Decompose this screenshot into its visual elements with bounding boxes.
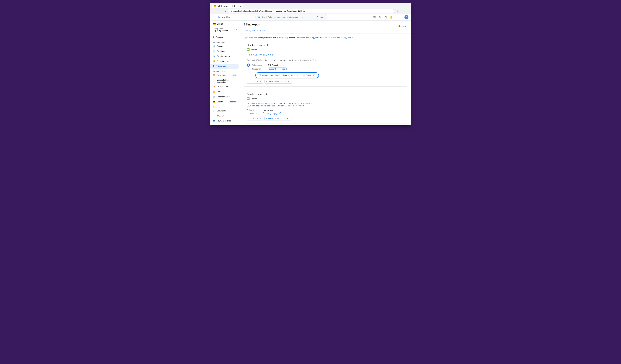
- cost-optimization-section-header: Cost optimization: [210, 69, 240, 73]
- more-options-icon[interactable]: ⋮: [404, 9, 408, 13]
- detailed-dataset-link[interactable]: detailed_usage_cost: [263, 112, 281, 115]
- sidebar-item-reports[interactable]: 📊 Reports: [210, 44, 239, 49]
- avatar[interactable]: A: [404, 15, 409, 19]
- nav-refresh-button[interactable]: ↻: [224, 9, 227, 13]
- search-bar-container: 🔍 | Search: [255, 14, 327, 20]
- standard-note: The selected BigQuery dataset will be up…: [247, 59, 404, 62]
- learn-link[interactable]: 📤 LEARN: [398, 23, 407, 30]
- sidebar-item-credits[interactable]: 💳 Credits PREVIEW: [210, 99, 239, 104]
- help-icon[interactable]: ?: [395, 15, 398, 19]
- sidebar-item-label-transactions: Transactions: [217, 115, 237, 117]
- main-content: Billing export BIGQUERY EXPORT 📤 LEARN: [240, 21, 411, 125]
- sidebar-item-payment-method[interactable]: 💳 Payment method: [210, 123, 239, 125]
- nav-back-button[interactable]: ←: [213, 9, 217, 13]
- search-button[interactable]: Search: [315, 15, 325, 19]
- page-title: Billing export: [244, 23, 267, 26]
- sidebar-item-label-budgets: Budgets & alerts: [217, 60, 237, 62]
- learn-icon: 📤: [398, 25, 401, 27]
- detailed-usage-cost-section: Detailed usage cost ✅ Enabled The select…: [244, 90, 407, 124]
- learn-label: LEARN: [401, 25, 407, 27]
- tab-title: My Billing Account – Billing e...: [217, 5, 239, 7]
- sidebar-item-overview[interactable]: ⊞ Overview: [210, 35, 239, 40]
- search-input[interactable]: [261, 16, 312, 18]
- sidebar-item-label-billing-export: Billing export: [216, 65, 237, 67]
- hamburger-menu-icon[interactable]: ☰: [212, 15, 216, 19]
- app-container: ☰ Google Cloud 🔍 | Search ⌨: [210, 14, 411, 125]
- cost-estimation-icon: 🔢: [212, 95, 215, 98]
- address-bar[interactable]: 🔒 console.cloud.google.com/billing/expor…: [228, 9, 394, 13]
- sidebar-item-committed-discounts[interactable]: 📋 Committed use discounts...: [210, 78, 239, 84]
- browser-tab[interactable]: 💳 My Billing Account – Billing e... ✕: [212, 4, 243, 8]
- sidebar-item-label-documents: Documents: [217, 110, 237, 112]
- sidebar-item-cud-analysis[interactable]: 📈 CUD analysis: [210, 84, 239, 89]
- standard-edit-button[interactable]: EDIT SETTINGS: [247, 80, 263, 84]
- terminal-icon[interactable]: ⌨: [372, 15, 377, 20]
- sidebar-item-cost-breakdown[interactable]: 📉 Cost breakdown: [210, 54, 239, 59]
- standard-status-row: ✅ Enabled: [247, 48, 404, 51]
- tooltip-bubble: Click on the corresponding 'Dataset name…: [255, 72, 319, 78]
- detailed-dataset-label: Dataset name: [247, 113, 261, 115]
- browser-window: 💳 My Billing Account – Billing e... ✕ + …: [210, 3, 411, 125]
- billing-account-selector[interactable]: Billing account My Billing Account ▾: [212, 27, 239, 33]
- sidebar-item-finops-hub[interactable]: 🏠 FinOps hub NEW: [210, 73, 239, 78]
- page-wrapper: 💳 My Billing Account – Billing e... ✕ + …: [0, 0, 621, 364]
- pricing-icon: 💰: [212, 90, 215, 93]
- sidebar-item-pricing[interactable]: 💰 Pricing: [210, 89, 239, 94]
- standard-status-text: Enabled: [250, 48, 257, 51]
- billing-icon: 💳: [212, 22, 216, 25]
- sidebar-item-billing-export[interactable]: ⬇ Billing export: [210, 64, 239, 69]
- sidebar-item-label-credits: Credits: [217, 101, 228, 103]
- search-bar: 🔍 | Search: [255, 14, 327, 20]
- detailed-disable-button[interactable]: DISABLE DETAILED EXPORT: [264, 117, 291, 121]
- overview-icon: ⊞: [212, 36, 214, 38]
- tab-bigquery-export[interactable]: BIGQUERY EXPORT: [244, 28, 267, 33]
- sidebar-item-documents[interactable]: 📄 Documents: [210, 108, 239, 113]
- cud-icon: 📈: [212, 85, 215, 88]
- standard-dataset-link[interactable]: standard_usage_cost: [268, 67, 287, 70]
- nav-forward-button[interactable]: →: [218, 9, 222, 13]
- more-icon[interactable]: ⋮: [399, 15, 403, 20]
- standard-disable-button[interactable]: DISABLE STANDARD EXPORT: [264, 80, 292, 84]
- step-badge: 3: [247, 63, 250, 67]
- detailed-learn-more-link[interactable]: Learn more about the Detailed usage cost…: [247, 105, 304, 107]
- detailed-status-icon: ✅: [247, 97, 250, 100]
- desc-text-2: and: [321, 37, 325, 39]
- content-body: BigQuery export sends your billing data …: [240, 33, 411, 125]
- documents-icon: 📄: [212, 110, 215, 112]
- detailed-project-value: C4C Project: [263, 109, 273, 111]
- sidebar-item-label-reports: Reports: [217, 45, 237, 47]
- sidebar-item-cost-estimation[interactable]: 🔢 Cost estimation: [210, 94, 239, 99]
- browser-toolbar: ← → ↻ 🔒 console.cloud.google.com/billing…: [212, 8, 409, 14]
- billing-export-icon: ⬇: [212, 65, 214, 67]
- sidebar-item-cost-table[interactable]: 📋 Cost table: [210, 49, 239, 54]
- reports-icon: 📊: [212, 45, 215, 47]
- bigquery-link[interactable]: BigQuery ↗: [311, 37, 321, 39]
- sidebar-item-label-cost-estimation: Cost estimation: [217, 96, 237, 98]
- cost-table-icon: 📋: [212, 50, 215, 52]
- bookmark-icon[interactable]: ☆: [396, 9, 399, 13]
- export-docs-link[interactable]: how to export data to BigQuery ↗: [325, 37, 353, 39]
- cost-management-section-header: Cost management: [210, 40, 240, 44]
- finops-icon: 🏠: [212, 74, 215, 77]
- sidebar-item-label-cost-table: Cost table: [217, 50, 237, 52]
- sidebar-billing-title: Billing: [217, 23, 223, 25]
- browser-chrome: 💳 My Billing Account – Billing e... ✕ + …: [210, 3, 411, 14]
- sidebar-item-payment-settings[interactable]: 👤 Payment settings: [210, 118, 239, 123]
- profile-icon[interactable]: ⊡: [400, 9, 403, 13]
- sidebar-item-budgets-alerts[interactable]: 🔔 Budgets & alerts: [210, 59, 239, 64]
- logo-g-icon: G: [218, 16, 220, 18]
- detailed-section-title: Detailed usage cost: [247, 93, 404, 95]
- detailed-edit-button[interactable]: EDIT SETTINGS: [247, 117, 263, 121]
- topbar-right: ⌨ 🗑 ⊡ 🔔 ? ⋮ A: [372, 15, 409, 20]
- notifications-icon[interactable]: 🔔: [389, 15, 394, 20]
- tab-close-icon[interactable]: ✕: [240, 5, 242, 7]
- credits-icon: 💳: [212, 100, 215, 103]
- delete-icon[interactable]: 🗑: [378, 15, 382, 19]
- show-how-works-button[interactable]: SHOW ME HOW THIS WORKS: [247, 53, 276, 57]
- standard-project-label: Project name: [252, 64, 266, 66]
- sidebar-item-transactions[interactable]: 🕐 Transactions: [210, 113, 239, 118]
- detailed-status-row: ✅ Enabled: [247, 97, 404, 100]
- cloud-text: Cloud: [226, 16, 232, 18]
- new-tab-button[interactable]: +: [244, 4, 248, 8]
- display-settings-icon[interactable]: ⊡: [384, 15, 388, 20]
